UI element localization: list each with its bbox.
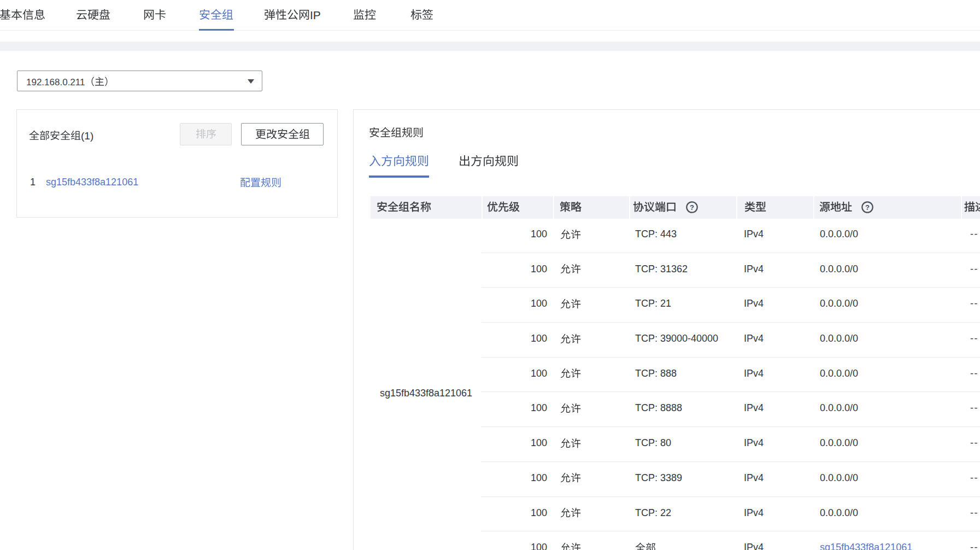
svg-text:?: ? [690, 203, 694, 212]
svg-text:?: ? [865, 203, 870, 212]
